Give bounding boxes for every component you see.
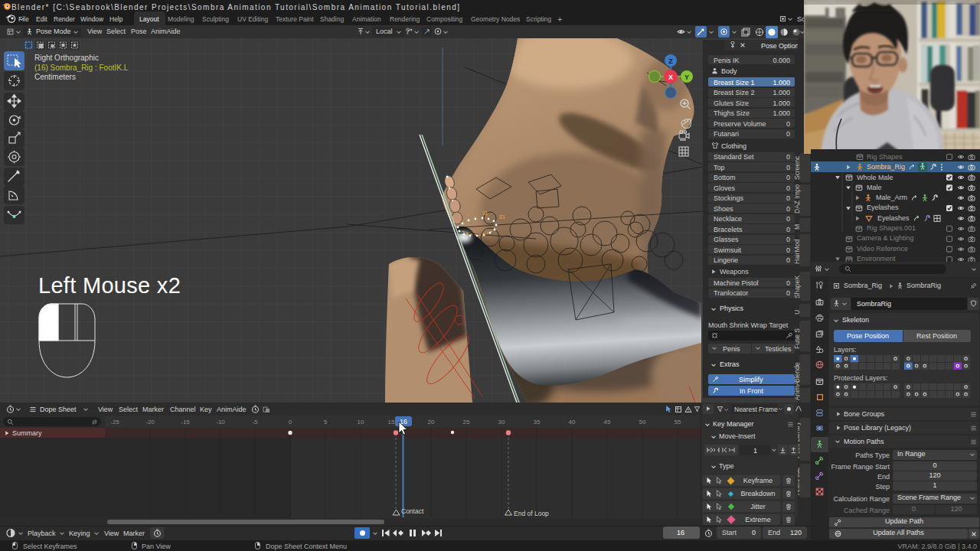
svg-text:81: 81 — [499, 214, 505, 220]
svg-text:X: X — [668, 73, 673, 81]
svg-text:End of Loop: End of Loop — [514, 510, 549, 517]
svg-text:Contact: Contact — [401, 507, 424, 515]
svg-text:Left Mouse x2: Left Mouse x2 — [38, 273, 181, 298]
svg-text:Centimeters: Centimeters — [34, 73, 76, 81]
svg-text:11: 11 — [482, 210, 488, 216]
svg-text:Y: Y — [684, 73, 689, 81]
svg-text:Z: Z — [668, 57, 673, 65]
svg-text:Right Orthographic: Right Orthographic — [34, 54, 99, 62]
svg-text:(16) Sombra_Rig : FootIK.L: (16) Sombra_Rig : FootIK.L — [34, 64, 129, 72]
